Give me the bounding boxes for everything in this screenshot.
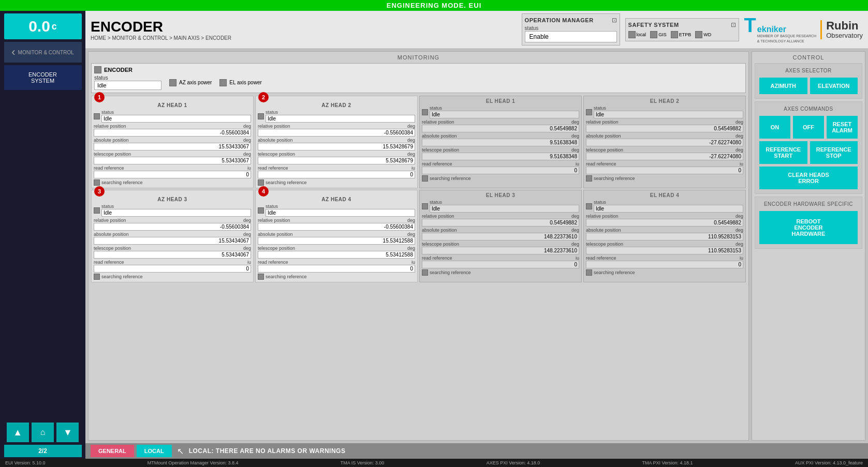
ah1-abspos-val: 15.53433067 (94, 143, 251, 150)
nav-up-button[interactable]: ▲ (7, 423, 29, 442)
ss-item-etpb: ETPB (671, 31, 692, 38)
right-side: ENCODER HOME > MONITOR & CONTROL > MAIN … (85, 11, 868, 459)
encoder-led (94, 66, 101, 73)
status-message: LOCAL: THERE ARE NO ALARMS OR WARNINGS (189, 447, 346, 455)
safety-system: SAFETY SYSTEM ⊡ local GIS (625, 18, 739, 41)
page-title: ENCODER (91, 19, 231, 35)
badge-3: 3 (94, 186, 105, 197)
reboot-encoder-button[interactable]: REBOOT ENCODER HARDWARE (759, 211, 858, 244)
encoder-label: ENCODER (104, 67, 133, 73)
badge-4: 4 (258, 186, 269, 197)
nav-down-button[interactable]: ▼ (56, 423, 79, 442)
op-status-value: Enable (525, 31, 617, 42)
status-bar: GENERAL LOCAL ↖ LOCAL: THERE ARE NO ALAR… (85, 443, 868, 459)
monitoring-panel: MONITORING ENCODER status Idle (88, 51, 749, 441)
footer-aux-pxi-version: AUX PXI Version: 4.13.0_feature (795, 460, 863, 465)
ss-item-local: local (628, 31, 646, 38)
encoder-system-button[interactable]: ENCODER SYSTEM (4, 65, 82, 90)
rubin-text: Rubin (826, 20, 863, 32)
nav-back-button[interactable]: ‹ MONITOR & CONTROL (4, 42, 82, 63)
top-bar-label: ENGINEERING MODE. EUI (387, 2, 482, 9)
tekniker-sub: MEMBER OF BASQUE RESEARCH& TECHNOLOGY AL… (757, 34, 816, 43)
elevation-button[interactable]: ELEVATION (810, 78, 858, 94)
nav-home-button[interactable]: ⌂ (32, 423, 54, 442)
ah1-relpos-val: -0.55600384 (94, 129, 251, 137)
az-head-3: 3 AZ HEAD 3 status Idle (91, 190, 254, 282)
on-button[interactable]: ON (759, 116, 790, 139)
operation-manager: OPERATION MANAGER ⊡ status Enable (522, 13, 620, 46)
ah1-sr-label: searching reference (101, 180, 143, 185)
nav-arrows: ▲ ⌂ ▼ (4, 420, 82, 445)
sidebar: 0.0 c ‹ MONITOR & CONTROL ENCODER SYSTEM… (0, 11, 85, 459)
safety-system-title: SAFETY SYSTEM (628, 22, 679, 28)
el-head-3: EL HEAD 3 status Idle relative po (419, 190, 582, 282)
safety-icon: ⊡ (731, 21, 736, 28)
ah2-sr-led (258, 179, 264, 186)
badge-1: 1 (94, 92, 105, 102)
control-title: CONTROL (755, 54, 862, 61)
general-button[interactable]: GENERAL (91, 445, 134, 457)
az-power-label: AZ axis power (179, 80, 212, 85)
page-indicator: 2/2 (4, 445, 82, 457)
reference-stop-button[interactable]: REFERENCE STOP (810, 141, 858, 164)
ah1-readref: read reference iu 0 (94, 165, 251, 178)
az-head-2: 2 AZ HEAD 2 status Idle (255, 96, 418, 188)
ah1-status-label: status (101, 110, 251, 115)
el-power-label: EL axis power (229, 80, 261, 85)
footer-tma-is-version: TMA IS Version: 3.00 (341, 460, 385, 465)
breadcrumb: HOME > MONITOR & CONTROL > MAIN AXIS > E… (91, 35, 231, 41)
temp-display: 0.0 c (4, 13, 82, 39)
az-head-2-title: AZ HEAD 2 (258, 102, 415, 108)
rubin-logo: Rubin Observatory (820, 20, 863, 39)
off-button[interactable]: OFF (793, 116, 824, 139)
az-head-1: 1 AZ HEAD 1 status Idle (91, 96, 254, 188)
reference-start-button[interactable]: REFERENCE START (759, 141, 807, 164)
reset-alarm-button[interactable]: RESET ALARM (827, 116, 858, 139)
el-head-4: EL HEAD 4 status Idle relative po (583, 190, 746, 282)
op-manager-title: OPERATION MANAGER (525, 17, 594, 23)
encoder-section: ENCODER status Idle AZ axis power (91, 63, 746, 93)
ah1-abspos: absolute position deg 15.53433067 (94, 138, 251, 150)
az-power-led (169, 79, 176, 86)
header-title-area: ENCODER HOME > MONITOR & CONTROL > MAIN … (91, 19, 231, 41)
top-bar: ENGINEERING MODE. EUI (0, 0, 868, 11)
ah1-readref-val: 0 (94, 171, 251, 178)
footer: EUI Version: 5.10.0 MTMount Operation Ma… (0, 459, 868, 467)
footer-eui-version: EUI Version: 5.10.0 (5, 460, 46, 465)
control-panel: CONTROL AXES SELECTOR AZIMUTH ELEVATION … (752, 51, 865, 441)
ah2-status-led (258, 113, 264, 119)
ss-item-wd: WD (695, 31, 711, 38)
app-container: ENGINEERING MODE. EUI 0.0 c ‹ MONITOR & … (0, 0, 868, 467)
ah1-telpos-val: 5.53433067 (94, 157, 251, 164)
eh1-status-led (422, 109, 428, 115)
observatory-text: Observatory (826, 32, 863, 39)
el-head-2: EL HEAD 2 status Idle relative po (583, 96, 746, 188)
enc-status-value: Idle (94, 81, 161, 90)
ss-led-wd (695, 31, 702, 38)
badge-2: 2 (258, 92, 269, 102)
op-status-label: status (525, 25, 617, 31)
tekniker-name: ekniker (757, 25, 816, 34)
tekniker-logo: T ekniker MEMBER OF BASQUE RESEARCH& TEC… (744, 16, 817, 43)
el-power-led (219, 79, 227, 86)
axes-commands-title: AXES COMMANDS (759, 106, 858, 112)
ss-led-etpb (671, 31, 678, 38)
monitoring-title: MONITORING (91, 54, 746, 61)
local-button[interactable]: LOCAL (137, 445, 172, 457)
axes-commands-section: AXES COMMANDS ON OFF RESET ALARM REFEREN… (755, 101, 862, 194)
content-area: MONITORING ENCODER status Idle (85, 49, 868, 443)
ah1-status-led (94, 113, 100, 119)
ah1-sr-led (94, 179, 100, 186)
ah2-status-val: Idle (266, 115, 415, 123)
azimuth-button[interactable]: AZIMUTH (759, 78, 807, 94)
ss-led-gis (650, 31, 657, 38)
encoder-hw-section: ENCODER HARDWARE SPECIFIC REBOOT ENCODER… (755, 197, 862, 249)
clear-heads-error-button[interactable]: CLEAR HEADS ERROR (759, 167, 858, 189)
az-head-4: 4 AZ HEAD 4 status Idle (255, 190, 418, 282)
ss-led-local (628, 31, 636, 38)
footer-tma-pxi-version: TMA PXI Version: 4.18.1 (642, 460, 693, 465)
az-head-1-title: AZ HEAD 1 (94, 102, 251, 108)
logo-area: T ekniker MEMBER OF BASQUE RESEARCH& TEC… (744, 16, 863, 43)
encoder-hw-title: ENCODER HARDWARE SPECIFIC (759, 201, 858, 207)
ah1-telpos: telescope position deg 5.53433067 (94, 152, 251, 164)
